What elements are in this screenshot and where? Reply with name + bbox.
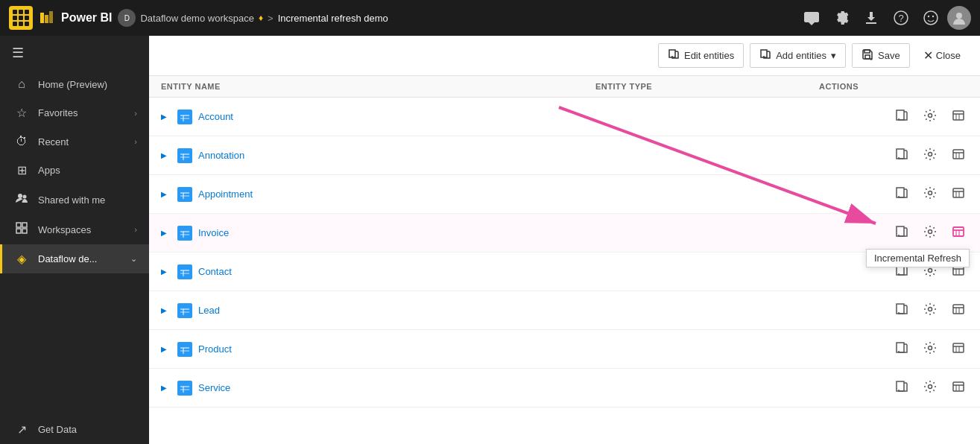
entity-name-label[interactable]: Account: [198, 111, 233, 122]
settings-icon-btn[interactable]: [828, 4, 855, 31]
main-layout: ☰ ⌂ Home (Preview) ☆ Favorites › ⏱ Recen…: [0, 36, 980, 444]
sidebar-collapse-btn[interactable]: ☰: [0, 36, 149, 70]
svg-rect-11: [16, 223, 21, 227]
svg-rect-27: [953, 111, 964, 120]
expand-icon[interactable]: ▶: [161, 384, 171, 392]
sidebar-item-dataflow[interactable]: ◈ Dataflow de... ⌄: [0, 244, 149, 273]
sidebar-item-dataflow-label: Dataflow de...: [38, 253, 121, 264]
settings-action-icon[interactable]: [920, 261, 940, 283]
entity-name-label[interactable]: Product: [198, 343, 232, 355]
table-row: ▶ Product: [149, 330, 980, 369]
edit-query-icon[interactable]: [892, 377, 911, 399]
edit-query-icon[interactable]: [892, 338, 911, 361]
sidebar-item-home[interactable]: ⌂ Home (Preview): [0, 70, 149, 98]
svg-rect-41: [180, 190, 189, 199]
expand-icon[interactable]: ▶: [161, 229, 171, 237]
edit-query-icon[interactable]: [892, 106, 911, 128]
table-row: ▶ Contact: [149, 253, 980, 291]
close-btn[interactable]: ✕ Close: [916, 44, 968, 67]
svg-rect-18: [864, 50, 870, 53]
entity-name-label[interactable]: Service: [198, 382, 230, 393]
entity-name-cell: ▶ Appointment: [161, 187, 595, 202]
edit-entities-btn[interactable]: Edit entities: [658, 43, 744, 68]
actions-cell: Incremental Refresh: [819, 222, 968, 244]
save-btn[interactable]: Save: [852, 43, 910, 68]
entity-name-label[interactable]: Lead: [198, 305, 220, 316]
expand-icon[interactable]: ▶: [161, 112, 171, 121]
table-row: ▶ Service: [149, 369, 980, 407]
settings-action-icon[interactable]: [920, 338, 940, 361]
incremental-refresh-icon[interactable]: [949, 145, 968, 167]
settings-action-icon[interactable]: [920, 222, 940, 244]
close-label: Close: [936, 50, 961, 61]
entity-name-label[interactable]: Invoice: [198, 227, 229, 238]
actions-cell: [819, 145, 968, 167]
favorites-chevron-icon: ›: [134, 109, 137, 118]
svg-point-8: [956, 13, 962, 19]
svg-point-9: [18, 194, 22, 198]
expand-icon[interactable]: ▶: [161, 306, 171, 314]
svg-rect-25: [897, 110, 904, 120]
breadcrumb-workspace[interactable]: Dataflow demo workspace: [140, 13, 253, 24]
settings-action-icon[interactable]: [920, 299, 940, 322]
sidebar-item-recent[interactable]: ⏱ Recent ›: [0, 127, 149, 156]
sidebar-item-apps-label: Apps: [38, 165, 137, 176]
chat-icon-btn[interactable]: [798, 4, 825, 31]
expand-icon[interactable]: ▶: [161, 267, 171, 276]
edit-query-icon[interactable]: [892, 183, 911, 206]
sidebar-item-getdata[interactable]: ↗ Get Data: [0, 415, 149, 444]
incremental-refresh-icon[interactable]: [949, 377, 968, 399]
edit-query-icon[interactable]: [892, 299, 911, 322]
svg-rect-14: [22, 229, 27, 233]
sidebar-item-shared[interactable]: Shared with me: [0, 185, 149, 215]
settings-action-icon[interactable]: [920, 145, 940, 167]
save-icon: [862, 48, 873, 63]
expand-icon[interactable]: ▶: [161, 345, 171, 353]
apps-icon: ⊞: [14, 163, 29, 177]
sidebar: ☰ ⌂ Home (Preview) ☆ Favorites › ⏱ Recen…: [0, 36, 149, 444]
entity-table-icon: [177, 226, 192, 241]
add-entities-btn[interactable]: Add entities ▾: [750, 43, 846, 68]
incremental-refresh-icon[interactable]: [949, 106, 968, 128]
entity-name-label[interactable]: Annotation: [198, 150, 244, 161]
sidebar-item-workspaces[interactable]: Workspaces ›: [0, 215, 149, 244]
help-icon-btn[interactable]: ?: [888, 4, 914, 31]
user-avatar[interactable]: [947, 6, 971, 30]
edit-query-icon[interactable]: [892, 222, 911, 244]
expand-icon[interactable]: ▶: [161, 151, 171, 159]
edit-query-icon[interactable]: [892, 261, 911, 283]
feedback-icon-btn[interactable]: [917, 4, 944, 31]
waffle-menu[interactable]: [9, 6, 33, 30]
sidebar-item-shared-label: Shared with me: [38, 194, 137, 206]
incremental-refresh-icon[interactable]: [949, 183, 968, 206]
download-icon-btn[interactable]: [858, 4, 885, 31]
app-logo: Power BI: [39, 10, 112, 26]
incremental-refresh-icon-highlighted[interactable]: [949, 222, 968, 244]
settings-action-icon[interactable]: [920, 377, 940, 399]
edit-query-icon[interactable]: [892, 145, 911, 167]
expand-icon[interactable]: ▶: [161, 190, 171, 198]
entity-name-label[interactable]: Contact: [198, 266, 232, 277]
entity-table-icon: [177, 264, 192, 279]
content-toolbar: Edit entities Add entities ▾ Save ✕ Clos…: [149, 36, 980, 76]
workspaces-chevron-icon: ›: [134, 225, 137, 234]
table-row-invoice: ▶ Invoice: [149, 214, 980, 253]
settings-action-icon[interactable]: [920, 106, 940, 128]
entity-name-cell: ▶ Account: [161, 110, 595, 124]
incremental-refresh-icon[interactable]: [949, 338, 968, 361]
settings-action-icon[interactable]: [920, 183, 940, 206]
topbar-actions: ?: [798, 4, 971, 31]
sidebar-item-apps[interactable]: ⊞ Apps: [0, 156, 149, 185]
entity-name-label[interactable]: Appointment: [198, 188, 253, 200]
breadcrumb-current-page: Incremental refresh demo: [278, 13, 388, 24]
svg-point-26: [929, 113, 932, 117]
incremental-refresh-icon[interactable]: [949, 261, 968, 283]
workspaces-icon: [14, 222, 29, 237]
svg-rect-67: [953, 266, 964, 275]
incremental-refresh-icon[interactable]: [949, 299, 968, 322]
workspace-avatar: D: [118, 9, 136, 27]
dataflow-icon: ◈: [14, 252, 29, 266]
edit-entities-label: Edit entities: [684, 50, 734, 61]
actions-cell: [819, 377, 968, 399]
sidebar-item-favorites[interactable]: ☆ Favorites ›: [0, 98, 149, 127]
